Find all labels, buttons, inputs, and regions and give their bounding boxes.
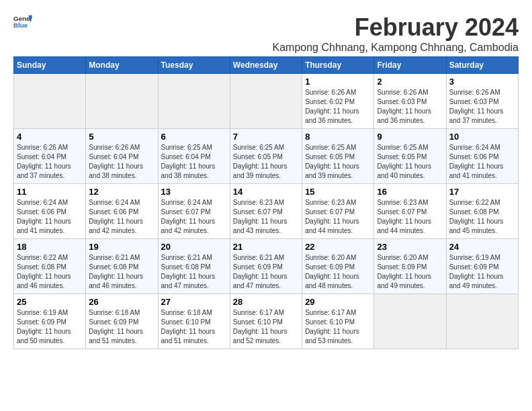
calendar-cell: 27Sunrise: 6:18 AMSunset: 6:10 PMDayligh… <box>158 294 230 349</box>
calendar-cell: 25Sunrise: 6:19 AMSunset: 6:09 PMDayligh… <box>14 294 86 349</box>
calendar-cell: 22Sunrise: 6:20 AMSunset: 6:09 PMDayligh… <box>302 239 374 294</box>
calendar-cell <box>86 74 158 129</box>
day-number: 25 <box>17 297 83 307</box>
day-detail: Sunrise: 6:26 AMSunset: 6:04 PMDaylight:… <box>89 143 154 181</box>
calendar-cell <box>158 74 230 129</box>
day-detail: Sunrise: 6:22 AMSunset: 6:08 PMDaylight:… <box>449 198 515 236</box>
day-number: 8 <box>305 132 371 142</box>
calendar-cell: 21Sunrise: 6:21 AMSunset: 6:09 PMDayligh… <box>230 239 302 294</box>
calendar-week-4: 18Sunrise: 6:22 AMSunset: 6:08 PMDayligh… <box>14 239 519 294</box>
day-number: 22 <box>305 242 371 252</box>
calendar-cell: 4Sunrise: 6:26 AMSunset: 6:04 PMDaylight… <box>14 129 86 184</box>
calendar-cell: 8Sunrise: 6:25 AMSunset: 6:05 PMDaylight… <box>302 129 374 184</box>
day-detail: Sunrise: 6:21 AMSunset: 6:08 PMDaylight:… <box>89 253 154 291</box>
day-number: 14 <box>233 187 299 197</box>
day-number: 9 <box>377 132 443 142</box>
day-detail: Sunrise: 6:17 AMSunset: 6:10 PMDaylight:… <box>305 308 371 346</box>
calendar-cell: 5Sunrise: 6:26 AMSunset: 6:04 PMDaylight… <box>86 129 158 184</box>
calendar-cell: 24Sunrise: 6:19 AMSunset: 6:09 PMDayligh… <box>446 239 518 294</box>
logo: General Blue <box>13 13 32 32</box>
calendar-cell: 11Sunrise: 6:24 AMSunset: 6:06 PMDayligh… <box>14 184 86 239</box>
day-detail: Sunrise: 6:18 AMSunset: 6:10 PMDaylight:… <box>161 308 227 346</box>
day-header-tuesday: Tuesday <box>158 57 230 74</box>
day-detail: Sunrise: 6:23 AMSunset: 6:07 PMDaylight:… <box>377 198 443 236</box>
calendar-cell: 10Sunrise: 6:24 AMSunset: 6:06 PMDayligh… <box>446 129 518 184</box>
calendar-cell: 23Sunrise: 6:20 AMSunset: 6:09 PMDayligh… <box>374 239 446 294</box>
day-detail: Sunrise: 6:26 AMSunset: 6:03 PMDaylight:… <box>449 88 515 126</box>
day-number: 29 <box>305 297 371 307</box>
calendar-week-3: 11Sunrise: 6:24 AMSunset: 6:06 PMDayligh… <box>14 184 519 239</box>
calendar-cell: 26Sunrise: 6:18 AMSunset: 6:09 PMDayligh… <box>86 294 158 349</box>
day-detail: Sunrise: 6:25 AMSunset: 6:04 PMDaylight:… <box>161 143 227 181</box>
day-detail: Sunrise: 6:25 AMSunset: 6:05 PMDaylight:… <box>377 143 443 181</box>
calendar-cell: 28Sunrise: 6:17 AMSunset: 6:10 PMDayligh… <box>230 294 302 349</box>
calendar-cell: 3Sunrise: 6:26 AMSunset: 6:03 PMDaylight… <box>446 74 518 129</box>
day-number: 5 <box>89 132 154 142</box>
calendar-cell <box>446 294 518 349</box>
day-header-friday: Friday <box>374 57 446 74</box>
day-detail: Sunrise: 6:19 AMSunset: 6:09 PMDaylight:… <box>17 308 83 346</box>
calendar-cell: 7Sunrise: 6:25 AMSunset: 6:05 PMDaylight… <box>230 129 302 184</box>
calendar-cell <box>230 74 302 129</box>
day-detail: Sunrise: 6:17 AMSunset: 6:10 PMDaylight:… <box>233 308 299 346</box>
day-number: 16 <box>377 187 443 197</box>
day-number: 1 <box>305 77 371 87</box>
day-detail: Sunrise: 6:26 AMSunset: 6:04 PMDaylight:… <box>17 143 83 181</box>
day-number: 10 <box>449 132 515 142</box>
calendar-cell: 6Sunrise: 6:25 AMSunset: 6:04 PMDaylight… <box>158 129 230 184</box>
day-detail: Sunrise: 6:23 AMSunset: 6:07 PMDaylight:… <box>233 198 299 236</box>
title-block: February 2024 Kampong Chhnang, Kampong C… <box>273 13 519 54</box>
day-detail: Sunrise: 6:24 AMSunset: 6:07 PMDaylight:… <box>161 198 227 236</box>
day-header-saturday: Saturday <box>446 57 518 74</box>
day-number: 4 <box>17 132 83 142</box>
day-detail: Sunrise: 6:21 AMSunset: 6:08 PMDaylight:… <box>161 253 227 291</box>
day-detail: Sunrise: 6:19 AMSunset: 6:09 PMDaylight:… <box>449 253 515 291</box>
calendar-cell: 17Sunrise: 6:22 AMSunset: 6:08 PMDayligh… <box>446 184 518 239</box>
day-number: 17 <box>449 187 515 197</box>
day-header-monday: Monday <box>86 57 158 74</box>
day-detail: Sunrise: 6:24 AMSunset: 6:06 PMDaylight:… <box>17 198 83 236</box>
calendar-cell <box>374 294 446 349</box>
calendar-cell: 20Sunrise: 6:21 AMSunset: 6:08 PMDayligh… <box>158 239 230 294</box>
day-number: 13 <box>161 187 227 197</box>
day-number: 27 <box>161 297 227 307</box>
calendar-cell: 14Sunrise: 6:23 AMSunset: 6:07 PMDayligh… <box>230 184 302 239</box>
subtitle: Kampong Chhnang, Kampong Chhnang, Cambod… <box>273 42 519 54</box>
day-header-wednesday: Wednesday <box>230 57 302 74</box>
day-number: 23 <box>377 242 443 252</box>
day-detail: Sunrise: 6:25 AMSunset: 6:05 PMDaylight:… <box>305 143 371 181</box>
calendar-cell: 13Sunrise: 6:24 AMSunset: 6:07 PMDayligh… <box>158 184 230 239</box>
calendar-cell: 16Sunrise: 6:23 AMSunset: 6:07 PMDayligh… <box>374 184 446 239</box>
day-number: 12 <box>89 187 154 197</box>
calendar-cell: 9Sunrise: 6:25 AMSunset: 6:05 PMDaylight… <box>374 129 446 184</box>
calendar-cell <box>14 74 86 129</box>
calendar-cell: 29Sunrise: 6:17 AMSunset: 6:10 PMDayligh… <box>302 294 374 349</box>
day-number: 19 <box>89 242 154 252</box>
calendar-cell: 1Sunrise: 6:26 AMSunset: 6:02 PMDaylight… <box>302 74 374 129</box>
day-header-thursday: Thursday <box>302 57 374 74</box>
calendar-body: 1Sunrise: 6:26 AMSunset: 6:02 PMDaylight… <box>14 74 519 349</box>
calendar-cell: 19Sunrise: 6:21 AMSunset: 6:08 PMDayligh… <box>86 239 158 294</box>
day-detail: Sunrise: 6:20 AMSunset: 6:09 PMDaylight:… <box>377 253 443 291</box>
svg-text:Blue: Blue <box>13 21 28 29</box>
day-number: 20 <box>161 242 227 252</box>
day-detail: Sunrise: 6:21 AMSunset: 6:09 PMDaylight:… <box>233 253 299 291</box>
day-detail: Sunrise: 6:23 AMSunset: 6:07 PMDaylight:… <box>305 198 371 236</box>
main-title: February 2024 <box>273 13 519 42</box>
day-number: 21 <box>233 242 299 252</box>
day-detail: Sunrise: 6:18 AMSunset: 6:09 PMDaylight:… <box>89 308 154 346</box>
day-number: 18 <box>17 242 83 252</box>
calendar-table: SundayMondayTuesdayWednesdayThursdayFrid… <box>13 56 519 349</box>
day-detail: Sunrise: 6:26 AMSunset: 6:02 PMDaylight:… <box>305 88 371 126</box>
calendar-header-row: SundayMondayTuesdayWednesdayThursdayFrid… <box>14 57 519 74</box>
day-number: 2 <box>377 77 443 87</box>
calendar-cell: 12Sunrise: 6:24 AMSunset: 6:06 PMDayligh… <box>86 184 158 239</box>
page-header: General Blue February 2024 Kampong Chhna… <box>13 13 519 54</box>
calendar-week-2: 4Sunrise: 6:26 AMSunset: 6:04 PMDaylight… <box>14 129 519 184</box>
calendar-week-1: 1Sunrise: 6:26 AMSunset: 6:02 PMDaylight… <box>14 74 519 129</box>
day-number: 7 <box>233 132 299 142</box>
day-detail: Sunrise: 6:24 AMSunset: 6:06 PMDaylight:… <box>89 198 154 236</box>
day-number: 24 <box>449 242 515 252</box>
day-number: 3 <box>449 77 515 87</box>
day-detail: Sunrise: 6:24 AMSunset: 6:06 PMDaylight:… <box>449 143 515 181</box>
